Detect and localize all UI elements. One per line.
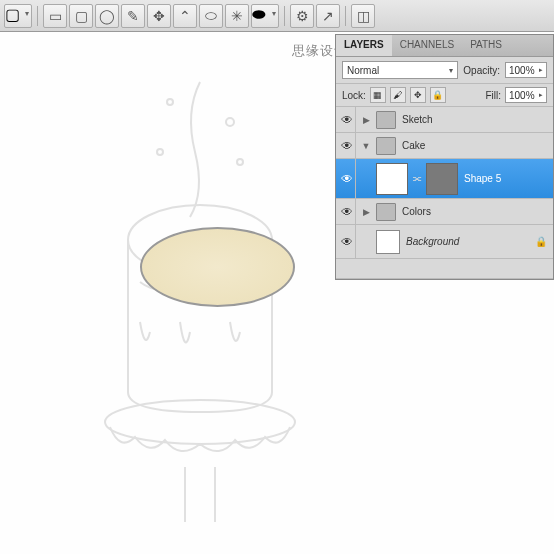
chevron-right-icon[interactable]: ▶ bbox=[360, 207, 372, 217]
cake-top-shape[interactable] bbox=[140, 227, 295, 307]
fill-label: Fill: bbox=[485, 90, 501, 101]
blend-mode-select[interactable]: Normal bbox=[342, 61, 458, 79]
opacity-input[interactable]: 100% bbox=[505, 62, 547, 78]
layer-shape5[interactable]: 👁 ⫘ Shape 5 bbox=[336, 159, 553, 199]
custom-icon[interactable]: ✳ bbox=[225, 4, 249, 28]
lock-label: Lock: bbox=[342, 90, 366, 101]
visibility-icon[interactable]: 👁 bbox=[338, 133, 356, 158]
convert-icon[interactable]: ⌃ bbox=[173, 4, 197, 28]
link-icon[interactable]: ⫘ bbox=[412, 173, 422, 184]
rrect-icon[interactable]: ▢ bbox=[69, 4, 93, 28]
svg-point-0 bbox=[167, 99, 173, 105]
layer-background[interactable]: 👁 Background 🔒 bbox=[336, 225, 553, 259]
chevron-right-icon[interactable]: ▶ bbox=[360, 115, 372, 125]
visibility-icon[interactable]: 👁 bbox=[338, 199, 356, 224]
svg-point-2 bbox=[157, 149, 163, 155]
tab-paths[interactable]: PATHS bbox=[462, 35, 510, 56]
layer-label: Background bbox=[404, 236, 531, 247]
overlap-icon[interactable]: ◫ bbox=[351, 4, 375, 28]
visibility-icon[interactable]: 👁 bbox=[338, 159, 356, 198]
gear-icon[interactable]: ⚙ bbox=[290, 4, 314, 28]
folder-icon bbox=[376, 203, 396, 221]
freeform-icon[interactable]: ⬭ bbox=[199, 4, 223, 28]
lock-image-icon[interactable]: 🖌 bbox=[390, 87, 406, 103]
panel-tabs: LAYERS CHANNELS PATHS bbox=[336, 35, 553, 57]
lock-pos-icon[interactable]: ✥ bbox=[410, 87, 426, 103]
anchor-icon[interactable]: ✥ bbox=[147, 4, 171, 28]
ellipse-icon[interactable]: ◯ bbox=[95, 4, 119, 28]
lock-all-icon[interactable]: 🔒 bbox=[430, 87, 446, 103]
pen-icon[interactable]: ✎ bbox=[121, 4, 145, 28]
folder-icon bbox=[376, 111, 396, 129]
tab-channels[interactable]: CHANNELS bbox=[392, 35, 462, 56]
svg-point-1 bbox=[226, 118, 234, 126]
layer-sketch[interactable]: 👁 ▶ Sketch bbox=[336, 107, 553, 133]
layer-colors[interactable]: 👁 ▶ Colors bbox=[336, 199, 553, 225]
lock-trans-icon[interactable]: ▦ bbox=[370, 87, 386, 103]
mask-thumb[interactable] bbox=[426, 163, 458, 195]
visibility-icon[interactable]: 👁 bbox=[338, 225, 356, 258]
arrow-icon[interactable]: ↗ bbox=[316, 4, 340, 28]
opacity-label: Opacity: bbox=[463, 65, 500, 76]
layer-label: Sketch bbox=[400, 114, 551, 125]
rect-icon[interactable]: ▭ bbox=[43, 4, 67, 28]
shape-mode-dd[interactable]: ▢ bbox=[4, 4, 32, 28]
svg-point-3 bbox=[237, 159, 243, 165]
shape-dd[interactable]: ⬬ bbox=[251, 4, 279, 28]
chevron-down-icon[interactable]: ▼ bbox=[360, 141, 372, 151]
layer-thumb[interactable] bbox=[376, 230, 400, 254]
toolbar: ▢ ▭ ▢ ◯ ✎ ✥ ⌃ ⬭ ✳ ⬬ ⚙ ↗ ◫ bbox=[0, 0, 554, 32]
layer-label: Shape 5 bbox=[462, 173, 551, 184]
layer-label: Colors bbox=[400, 206, 551, 217]
visibility-icon[interactable]: 👁 bbox=[338, 107, 356, 132]
layers-panel: LAYERS CHANNELS PATHS Normal Opacity: 10… bbox=[335, 34, 554, 280]
tab-layers[interactable]: LAYERS bbox=[336, 35, 392, 56]
folder-icon bbox=[376, 137, 396, 155]
fill-input[interactable]: 100% bbox=[505, 87, 547, 103]
lock-icon: 🔒 bbox=[535, 236, 547, 247]
layer-thumb[interactable] bbox=[376, 163, 408, 195]
layer-cake[interactable]: 👁 ▼ Cake bbox=[336, 133, 553, 159]
layer-label: Cake bbox=[400, 140, 551, 151]
